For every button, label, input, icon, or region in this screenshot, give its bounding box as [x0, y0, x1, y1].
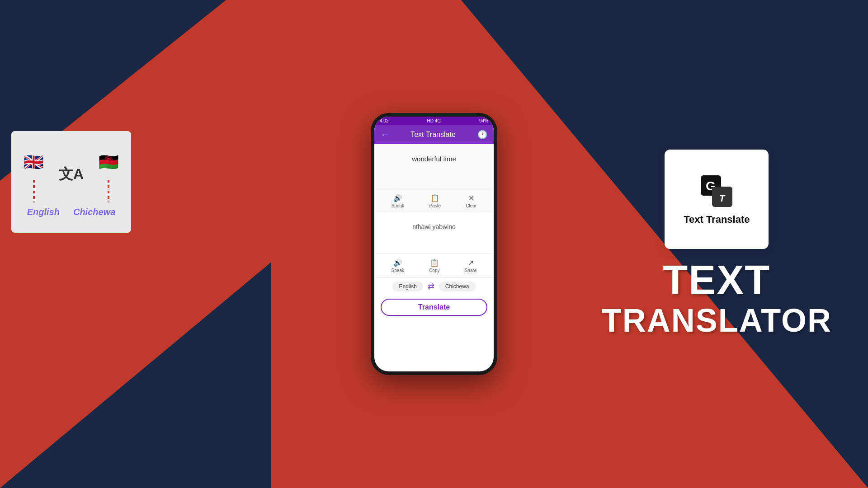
copy-label: Copy: [429, 268, 439, 273]
output-text: nthawi yabwino: [381, 223, 487, 230]
label-english: English: [27, 207, 60, 217]
clear-button[interactable]: ✕ Clear: [462, 192, 480, 210]
app-header: ← Text Translate 🕐: [374, 125, 494, 144]
paste-icon: 📋: [430, 194, 439, 202]
history-button[interactable]: 🕐: [477, 130, 487, 140]
speak-button-output[interactable]: 🔊 Speak: [388, 257, 408, 275]
right-panel: G T Text Translate TEXT TRANSLATOR: [602, 150, 832, 338]
input-action-row: 🔊 Speak 📋 Paste ✕ Clear: [374, 189, 494, 213]
back-button[interactable]: ←: [381, 130, 389, 140]
paste-button[interactable]: 📋 Paste: [425, 192, 444, 210]
speak-button-input[interactable]: 🔊 Speak: [388, 192, 408, 210]
app-title: Text Translate: [393, 131, 473, 139]
chichewa-pole: [108, 180, 109, 202]
big-text-line1: TEXT: [602, 258, 832, 303]
copy-icon: 📋: [430, 258, 439, 267]
share-icon: ↗: [468, 258, 474, 267]
translate-btn-wrapper: Translate: [374, 295, 494, 371]
status-signal: HD 4G: [427, 118, 441, 123]
lang-labels-row: English Chichewa: [27, 207, 116, 217]
output-area: nthawi yabwino: [374, 213, 494, 254]
big-text-line2: TRANSLATOR: [602, 303, 832, 338]
flags-row: 🇬🇧 文A 🇲🇼: [18, 146, 124, 202]
speak-icon-output: 🔊: [393, 258, 402, 267]
english-flag: 🇬🇧: [18, 146, 50, 178]
clear-label: Clear: [466, 203, 476, 208]
speak-label-input: Speak: [392, 203, 404, 208]
clear-icon: ✕: [468, 194, 474, 202]
status-battery: 94%: [479, 118, 488, 123]
logo-card-title: Text Translate: [684, 214, 750, 225]
lang-selector: English ⇄ Chichewa: [374, 278, 494, 295]
output-action-row: 🔊 Speak 📋 Copy ↗ Share: [374, 254, 494, 278]
english-pole: [33, 180, 35, 202]
input-area[interactable]: wonderful time: [374, 144, 494, 189]
speak-icon-input: 🔊: [393, 194, 402, 202]
target-lang-button[interactable]: Chichewa: [439, 282, 476, 291]
label-chichewa: Chichewa: [73, 207, 115, 217]
logo-card: G T Text Translate: [665, 150, 769, 249]
speak-label-output: Speak: [392, 268, 404, 273]
status-bar: 4:02 HD 4G 94%: [374, 117, 494, 125]
copy-button[interactable]: 📋 Copy: [425, 257, 443, 275]
phone-device: 4:02 HD 4G 94% ← Text Translate 🕐 wonder…: [371, 113, 497, 375]
chichewa-flag: 🇲🇼: [93, 146, 124, 178]
translate-symbol: 文A: [59, 164, 84, 184]
logo-icon-svg: G T: [698, 173, 735, 209]
big-text-container: TEXT TRANSLATOR: [602, 258, 832, 338]
svg-text:T: T: [719, 193, 726, 203]
share-label: Share: [465, 268, 477, 273]
translate-button[interactable]: Translate: [381, 299, 487, 316]
status-time: 4:02: [380, 118, 388, 123]
left-panel: 🇬🇧 文A 🇲🇼 English Chichewa: [11, 131, 131, 233]
swap-icon[interactable]: ⇄: [428, 282, 434, 291]
chichewa-flag-pole: 🇲🇼: [93, 146, 124, 202]
phone-screen: 4:02 HD 4G 94% ← Text Translate 🕐 wonder…: [374, 117, 494, 371]
paste-label: Paste: [429, 203, 441, 208]
input-text: wonderful time: [381, 155, 487, 163]
phone-wrapper: 4:02 HD 4G 94% ← Text Translate 🕐 wonder…: [371, 113, 497, 375]
english-flag-pole: 🇬🇧: [18, 146, 50, 202]
source-lang-button[interactable]: English: [392, 282, 423, 291]
bg-bottomleft-triangle: [0, 262, 271, 488]
share-button[interactable]: ↗ Share: [461, 257, 481, 275]
